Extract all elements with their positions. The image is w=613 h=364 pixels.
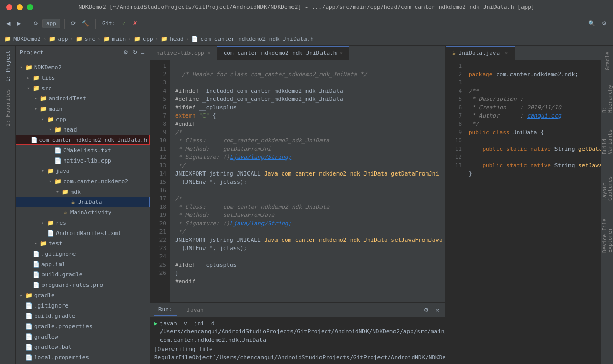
build-button[interactable]: 🔨 [80,19,91,28]
breadcrumb-head[interactable]: 📁 head [160,36,184,42]
tree-item-src[interactable]: ▾ 📁 src [16,83,150,93]
settings-button[interactable]: ⚙ [600,19,609,28]
bottom-tab-run[interactable]: Run: [154,304,177,316]
tree-item-local-props[interactable]: 📄 local.properties [16,352,150,362]
cpp-file-icon: 📄 [54,157,62,164]
tree-item-libs[interactable]: ▸ 📁 libs [16,72,150,83]
maximize-button[interactable] [27,4,33,10]
tree-item-mainactivity[interactable]: ☕ MainActivity [16,207,150,217]
side-tab-gradle[interactable]: Gradle [600,46,614,77]
tree-label: build.gradle [41,271,82,278]
tree-item-androidtest[interactable]: ▸ 📁 androidTest [16,93,150,104]
breadcrumb-cpp[interactable]: 📁 cpp [134,36,153,42]
sidebar-sync-button[interactable]: ↻ [132,49,138,56]
breadcrumb-sep-4: › [128,36,132,42]
tree-item-build-gradle-root[interactable]: 📄 build.gradle [16,311,150,321]
tree-item-main[interactable]: ▾ 📁 main [16,104,150,114]
tree-label: build.gradle [34,313,75,319]
tree-item-cmakelists[interactable]: 📄 CMakeLists.txt [16,145,150,155]
tree-item-proguard[interactable]: 📄 proguard-rules.pro [16,280,150,290]
folder-icon: 📁 [32,85,40,92]
bottom-tab-javah[interactable]: Javah [183,304,208,315]
sidebar-settings-button[interactable]: ⚙ [122,49,129,56]
tab-com-canter-h[interactable]: com_canter_ndkdemo2_ndk_JniData.h × [217,46,350,60]
tree-item-java[interactable]: ▾ 📁 java [16,166,150,176]
search-everywhere-button[interactable]: 🔍 [586,19,597,28]
right-editor-panel: ☕ JniData.java × 12345678910111213 packa… [445,46,601,364]
side-tab-favorites[interactable]: 2: Favorites [0,87,16,128]
tree-label: test [49,240,63,247]
xml-file-icon: 📄 [47,230,55,237]
tree-item-native-lib-cpp[interactable]: 📄 native-lib.cpp [16,155,150,166]
tree-item-test[interactable]: ▸ 📁 test [16,238,150,249]
tree-item-res[interactable]: ▸ 📁 res [16,217,150,228]
toolbar-separator-2 [64,19,65,29]
bottom-settings-button[interactable]: ⚙ [421,305,431,314]
tree-item-build-gradle-app[interactable]: 📄 build.gradle [16,269,150,280]
breadcrumb-src[interactable]: 📁 src [76,36,95,42]
folder-icon: 📁 [25,64,33,71]
tab-native-lib-cpp[interactable]: native-lib.cpp × [150,46,217,60]
bottom-close-button[interactable]: × [434,306,441,314]
tab-label: com_canter_ndkdemo2_ndk_JniData.h [224,50,337,56]
side-tab-build-variants[interactable]: Build Variants [600,113,614,154]
gradle-file-icon: 📄 [32,271,40,278]
tree-item-gradlew-bat[interactable]: 📄 gradlew.bat [16,342,150,352]
tree-label: gradlew [34,333,58,340]
right-side-tabs: Gradle B: Hierarchy Build Variants Layou… [601,46,613,364]
run-config-button[interactable]: ⟳ [32,19,40,28]
breadcrumb-main[interactable]: 📁 main [103,36,126,42]
folder-icon: 📁 [47,220,55,226]
tree-item-gradle-root[interactable]: ▸ 📁 gradle [16,290,150,300]
breadcrumb-app[interactable]: 📁 app [49,36,68,42]
minimize-button[interactable] [17,4,23,10]
app-dropdown[interactable]: app [42,19,60,28]
side-tab-hierarchy[interactable]: B: Hierarchy [600,77,614,113]
tree-item-com-canter-pkg[interactable]: ▾ 📁 com.canter.ndkdemo2 [16,176,150,186]
side-tab-device-file-explorer[interactable]: Device File Explorer [600,201,614,253]
tree-label: res [56,220,66,226]
tree-arrow: ▾ [54,189,61,194]
code-editor: 1234567891011121314151617181920212223242… [150,60,445,302]
tree-label: gradlew.bat [34,344,72,351]
tree-item-app-iml[interactable]: 📄 app.iml [16,259,150,269]
tree-label: gradle [34,292,55,299]
back-button[interactable]: ◀ [4,19,12,28]
close-button[interactable] [6,4,12,10]
tab-close-icon[interactable]: × [340,50,343,56]
sync-button[interactable]: ⟳ [69,19,78,28]
right-code-content[interactable]: package com.canter.ndkdemo2.ndk; /** * D… [464,60,601,364]
cmake-file-icon: 📄 [54,147,62,154]
tree-item-jnidata[interactable]: ☕ JniData [16,197,150,207]
tree-item-com-canter-h[interactable]: 📄 com_canter_ndkdemo2_ndk_JniData.h [16,135,150,145]
file-icon: 📄 [25,302,33,309]
tree-item-gradlew[interactable]: 📄 gradlew [16,331,150,342]
code-content[interactable]: /* Header for class com_canter_ndkdemo2_… [171,60,445,302]
tree-item-gitignore-root[interactable]: 📄 .gitignore [16,300,150,311]
tab-close-icon[interactable]: × [208,50,211,56]
side-tab-layout-captures[interactable]: Layout Captures [600,154,614,201]
tree-item-head[interactable]: ▾ 📁 head [16,124,150,135]
right-line-numbers: 12345678910111213 [446,60,464,364]
tree-item-ndk[interactable]: ▾ 📁 ndk [16,186,150,197]
sidebar-collapse-button[interactable]: – [140,50,145,56]
git-check-button[interactable]: ✓ [120,19,128,28]
h-file-icon: 📄 [31,137,38,143]
file-icon: 📄 [25,354,33,361]
tree-item-gradle-props[interactable]: 📄 gradle.properties [16,321,150,331]
tab-close-icon[interactable]: × [505,50,508,56]
tree-item-androidmanifest[interactable]: 📄 AndroidManifest.xml [16,228,150,238]
tree-item-cpp[interactable]: ▾ 📁 cpp [16,114,150,124]
tab-jnidata-java[interactable]: ☕ JniData.java × [446,46,515,60]
folder-icon: 📁 [61,188,69,195]
git-x-button[interactable]: ✗ [130,19,139,28]
bottom-tabs: Run: Javah ⚙ × [150,303,445,317]
breadcrumb-ndkdemo2[interactable]: 📁 NDKDemo2 [4,36,41,42]
tree-item-ndkdemo2[interactable]: ▾ 📁 NDKDemo2 [16,62,150,72]
forward-button[interactable]: ▶ [14,19,23,28]
title-bar: NDKDemo2 [~/AndroidStudioProjects/GitPro… [0,0,613,14]
tree-label: head [63,126,77,133]
side-tab-project[interactable]: 1: Project [0,46,16,87]
tree-item-gitignore-app[interactable]: 📄 .gitignore [16,249,150,259]
breadcrumb-file[interactable]: 📄 com_canter_ndkdemo2_ndk_JniData.h [191,36,314,42]
